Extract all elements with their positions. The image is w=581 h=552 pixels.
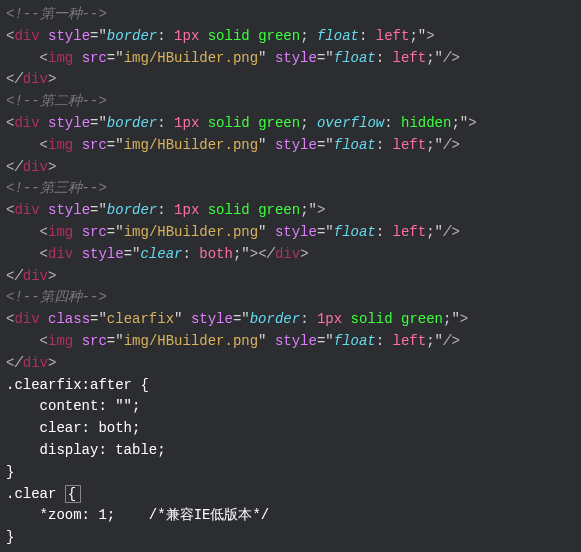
code-line: .clearfix:after { <box>6 375 575 397</box>
code-comment: <!--第二种--> <box>6 91 575 113</box>
code-line: display: table; <box>6 440 575 462</box>
code-line: content: ""; <box>6 396 575 418</box>
code-line: } <box>6 462 575 484</box>
code-line: <div style="border: 1px solid green; flo… <box>6 26 575 48</box>
code-line: <img src="img/HBuilder.png" style="float… <box>6 222 575 244</box>
code-line: clear: both; <box>6 418 575 440</box>
code-line: <img src="img/HBuilder.png" style="float… <box>6 331 575 353</box>
text-cursor: { <box>65 485 81 503</box>
code-line: </div> <box>6 69 575 91</box>
code-line: <div style="border: 1px solid green; ove… <box>6 113 575 135</box>
code-line: </div> <box>6 353 575 375</box>
code-comment: <!--第四种--> <box>6 287 575 309</box>
code-line: .clear { <box>6 484 575 506</box>
code-comment: <!--第一种--> <box>6 4 575 26</box>
code-line: *zoom: 1; /*兼容IE低版本*/ <box>6 505 575 527</box>
code-line: <img src="img/HBuilder.png" style="float… <box>6 135 575 157</box>
code-line: <div style="clear: both;"></div> <box>6 244 575 266</box>
code-line: <img src="img/HBuilder.png" style="float… <box>6 48 575 70</box>
code-line: </div> <box>6 266 575 288</box>
code-line: <div style="border: 1px solid green;"> <box>6 200 575 222</box>
code-line: } <box>6 527 575 549</box>
code-editor[interactable]: <!--第一种--><div style="border: 1px solid … <box>6 4 575 549</box>
code-comment: <!--第三种--> <box>6 178 575 200</box>
code-line: </div> <box>6 157 575 179</box>
code-line: <div class="clearfix" style="border: 1px… <box>6 309 575 331</box>
